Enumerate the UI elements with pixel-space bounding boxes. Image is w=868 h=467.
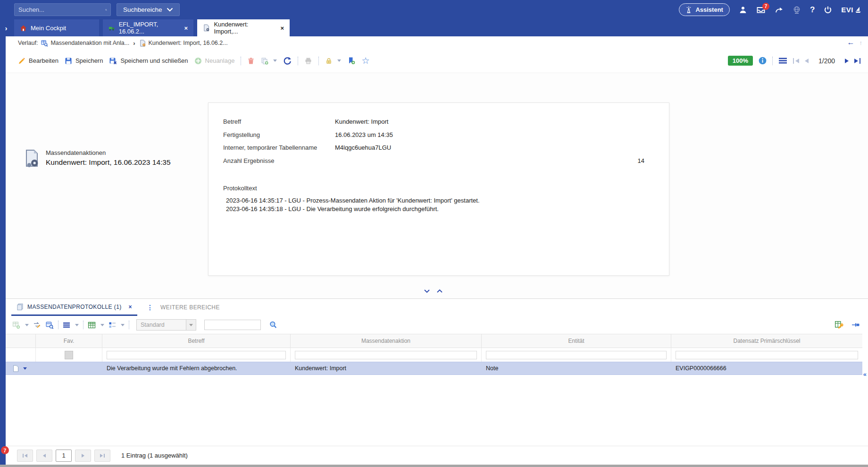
search-input[interactable] (15, 6, 105, 13)
expand-sidebar-chevron[interactable]: › (0, 19, 12, 36)
record-detail-area: Massendatenaktionen Kundenwert: Import, … (6, 74, 868, 298)
delete-icon[interactable] (247, 57, 255, 65)
new-record-button: Neuanlage (194, 57, 235, 65)
header-betreff[interactable]: Betreff (102, 334, 291, 348)
panel-toolbar-right (835, 321, 860, 329)
filter-betreff-input[interactable] (107, 351, 286, 359)
history-up-icon[interactable]: ↑ (860, 39, 863, 46)
field-label: Anzahl Ergebnisse (223, 157, 335, 164)
filter-massendatenaktion-cell (291, 348, 482, 362)
header-massendatenaktion[interactable]: Massendatenaktion (291, 334, 482, 348)
global-search[interactable] (14, 3, 111, 16)
page-indicator: 1/200 (818, 57, 835, 65)
filter-fav-cell[interactable] (36, 348, 102, 362)
protocol-line: 2023-06-16 14:35:18 - LGU - Die Verarbei… (226, 205, 644, 213)
documents-stack-icon (17, 303, 24, 311)
copy-button[interactable] (261, 57, 277, 65)
next-page-button[interactable] (845, 59, 849, 63)
save-button[interactable]: Speichern (65, 57, 103, 65)
tab-kundenwert-import[interactable]: Kundenwert: Import,... × (197, 19, 290, 36)
row-actions-caret-icon[interactable] (23, 367, 27, 370)
protocol-label: Protokolltext (223, 185, 644, 192)
collapse-right-chevron[interactable]: « (863, 371, 867, 378)
separator (83, 321, 83, 329)
menu-icon (63, 322, 70, 328)
brand-text: EVI (841, 6, 853, 14)
filter-primaerschluessel-input[interactable] (676, 351, 858, 359)
inbox-badge: 7 (762, 3, 769, 10)
dropdown-caret-icon (100, 324, 104, 326)
breadcrumb-item-kundenwert[interactable]: Kundenwert: Import, 16.06.2... (139, 40, 228, 47)
transfer-icon[interactable] (33, 321, 41, 329)
breadcrumb-item-massendatenaktion[interactable]: Massendatenaktion mit Anla... (41, 40, 129, 47)
collapse-down-icon[interactable] (424, 289, 430, 293)
filter-massendatenaktion-input[interactable] (295, 351, 477, 359)
search-areas-button[interactable]: Suchbereiche (117, 3, 180, 16)
table-row[interactable]: Die Verarbeitung wurde mit Fehlern abgeb… (6, 362, 862, 375)
lighthouse-icon (685, 6, 692, 14)
table-filter-row (6, 348, 862, 362)
last-page-button[interactable] (854, 58, 860, 64)
globe-icon[interactable] (793, 6, 801, 14)
refresh-icon[interactable] (283, 57, 292, 65)
cell-entitaet: Note (482, 365, 671, 372)
close-tab-icon[interactable]: × (179, 25, 188, 32)
table-search-icon[interactable] (45, 321, 54, 329)
error-count-badge[interactable]: 7 (1, 446, 9, 454)
header-entitaet[interactable]: Entität (482, 334, 671, 348)
favorite-star-icon[interactable]: ☆ (361, 57, 369, 65)
pin-icon[interactable] (851, 322, 860, 328)
inbox-button[interactable]: 7 (756, 6, 766, 14)
field-row-tabellenname: Interner, temporärer Tabellenname M4lqgc… (223, 141, 644, 154)
brand-logo: EVI (841, 6, 861, 14)
close-panel-tab-icon[interactable]: × (129, 304, 132, 310)
tab-mein-cockpit[interactable]: Mein Cockpit (14, 19, 99, 36)
tab-weitere-bereiche[interactable]: WEITERE BEREICHE (160, 304, 220, 311)
close-tab-icon[interactable]: × (275, 25, 284, 32)
field-label: Fertigstellung (223, 131, 335, 138)
separator (129, 321, 129, 329)
view-select-caret[interactable] (186, 319, 196, 331)
save-close-button[interactable]: Speichern und schließen (109, 57, 188, 65)
separator (241, 57, 241, 65)
current-page-button[interactable]: 1 (56, 450, 72, 462)
search-icon[interactable] (105, 6, 107, 14)
info-icon[interactable] (759, 57, 767, 65)
table-header-row: Fav. Betreff Massendatenaktion Entität D… (6, 334, 862, 348)
lock-button (325, 57, 341, 65)
search-areas-label: Suchbereiche (123, 6, 162, 13)
panel-toolbar: Standard (6, 316, 868, 334)
panel-search-icon[interactable] (269, 321, 277, 329)
help-button[interactable]: ? (810, 5, 815, 15)
expand-up-icon[interactable] (436, 289, 443, 293)
pencil-icon (18, 57, 25, 65)
edit-button[interactable]: Bearbeiten (18, 57, 58, 65)
assistant-button[interactable]: Assistent (679, 3, 730, 16)
row-icon-cell[interactable] (6, 365, 36, 372)
fav-filter-checkbox[interactable] (65, 351, 73, 359)
power-icon[interactable] (824, 6, 832, 14)
table-settings-icon[interactable] (835, 321, 843, 329)
list-view-button[interactable] (108, 322, 125, 329)
header-primaerschluessel[interactable]: Datensatz Primärschlüssel (671, 334, 862, 348)
history-back-icon[interactable]: ← (847, 38, 855, 47)
previous-page-button (36, 450, 52, 462)
truck-icon (108, 25, 115, 32)
grid-view-button[interactable] (88, 322, 104, 329)
previous-page-button (805, 59, 809, 63)
view-select[interactable]: Standard (136, 319, 196, 331)
user-icon[interactable] (739, 6, 747, 14)
document-gear-icon (139, 40, 146, 47)
redo-arrow-icon[interactable] (775, 6, 784, 14)
header-icon-column (6, 334, 36, 348)
header-fav[interactable]: Fav. (36, 334, 102, 348)
filter-entitaet-input[interactable] (486, 351, 667, 359)
tab-massendatenprotokolle[interactable]: MASSENDATENPROTOKOLLE (1) × (11, 299, 137, 316)
panel-quick-search-input[interactable] (204, 320, 261, 330)
more-tabs-icon[interactable]: ⋮ (147, 304, 153, 311)
save-label: Speichern (75, 57, 103, 64)
view-menu-button[interactable] (63, 322, 79, 328)
bookmark-add-icon[interactable] (347, 57, 355, 65)
tab-efl-import[interactable]: EFL_IMPORT, 16.06.2... × (103, 19, 193, 36)
menu-icon[interactable] (778, 57, 787, 64)
